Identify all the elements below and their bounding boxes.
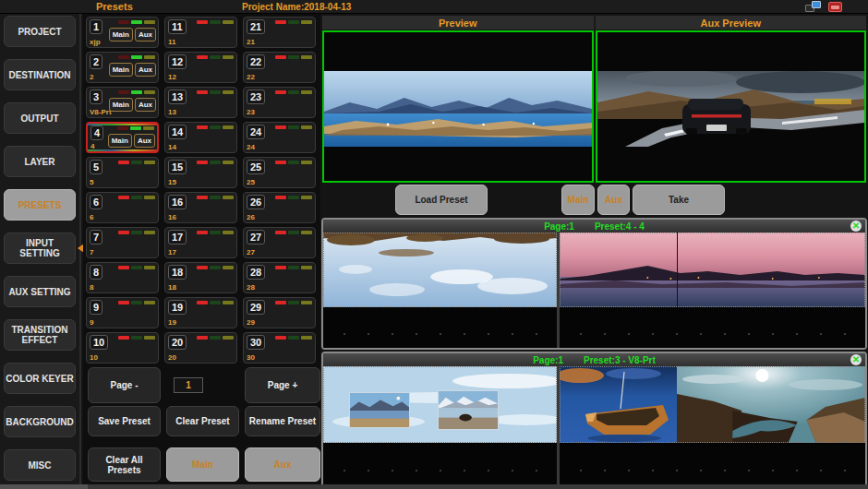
preset-label: 22 [247, 73, 255, 81]
preset-number: 16 [168, 195, 187, 209]
sidebar-item-presets[interactable]: PRESETS [4, 189, 76, 221]
preset-led-strip [275, 161, 312, 164]
preset-cell-28[interactable]: 2828 [243, 262, 316, 293]
preset-cell-15[interactable]: 1515 [164, 157, 237, 188]
preset-number: 12 [168, 54, 187, 69]
preset-cell-27[interactable]: 2727 [243, 227, 316, 258]
monitor2-close-icon[interactable]: ✕ [850, 354, 862, 365]
preset-cell-17[interactable]: 1717 [164, 227, 237, 258]
pip-layer-mountain-lake[interactable] [349, 392, 410, 428]
monitor1-header[interactable]: Page:1 Preset:4 - 4 ✕ [323, 220, 865, 233]
preset-cell-6[interactable]: 66 [86, 192, 159, 223]
sidebar-item-output[interactable]: OUTPUT [4, 102, 76, 134]
preset-cell-8[interactable]: 88 [86, 262, 159, 293]
page-plus-button[interactable]: Page + [245, 367, 320, 403]
monitor1-close-icon[interactable]: ✕ [850, 221, 862, 232]
led-green [288, 266, 299, 269]
save-preset-button[interactable]: Save Preset [88, 406, 161, 436]
take-aux-button[interactable]: Aux [597, 185, 630, 215]
led-red [275, 90, 286, 94]
sidebar-item-misc[interactable]: MISC [4, 449, 76, 481]
preset-cell-5[interactable]: 55 [86, 157, 159, 188]
preset-cell-12[interactable]: 1212 [164, 52, 237, 83]
led-green [131, 20, 142, 24]
sidebar-item-layer[interactable]: LAYER [4, 146, 76, 177]
preview-title: Preview [322, 16, 596, 30]
led-green [131, 231, 142, 234]
preset-main-button[interactable]: Main [109, 98, 133, 112]
led-green [210, 196, 221, 199]
preset-label: 12 [168, 73, 176, 81]
preset-led-strip [197, 231, 234, 234]
load-preset-button[interactable]: Load Preset [395, 185, 488, 215]
led-green [288, 55, 299, 59]
main-mode-button[interactable]: Main [166, 447, 239, 482]
preset-led-strip [197, 196, 234, 199]
preset-cell-3[interactable]: 3V8-PrtMainAux [86, 87, 159, 118]
red-device-icon[interactable] [828, 2, 842, 12]
preset-cell-11[interactable]: 1111 [164, 17, 237, 48]
preset-led-strip [197, 20, 234, 24]
led-yellow [144, 161, 155, 164]
monitor2-screen-2 [560, 366, 865, 485]
rename-preset-button[interactable]: Rename Preset [245, 406, 320, 436]
preset-cell-23[interactable]: 2323 [243, 87, 316, 118]
take-button[interactable]: Take [633, 185, 725, 215]
preset-cell-18[interactable]: 1818 [164, 262, 237, 293]
preset-number: 1 [90, 19, 102, 34]
dual-monitor-icon[interactable] [805, 1, 822, 13]
sidebar-item-transition-effect[interactable]: TRANSITION EFFECT [4, 319, 76, 351]
preset-cell-26[interactable]: 2626 [243, 192, 316, 223]
preset-cell-2[interactable]: 22MainAux [86, 52, 159, 83]
preset-cell-24[interactable]: 2424 [243, 122, 316, 153]
page-minus-button[interactable]: Page - [88, 367, 161, 403]
preset-cell-21[interactable]: 2121 [243, 17, 316, 48]
sidebar-item-background[interactable]: BACKGROUND [4, 406, 76, 437]
led-yellow [223, 55, 234, 59]
preset-cell-30[interactable]: 3030 [243, 332, 316, 364]
take-main-button[interactable]: Main [561, 185, 595, 215]
preset-cell-19[interactable]: 1919 [164, 297, 237, 328]
pip-layer-snow-mountain-yak[interactable] [438, 390, 499, 430]
preset-cell-20[interactable]: 2020 [164, 332, 237, 364]
page-number-input[interactable] [174, 377, 203, 393]
led-green [288, 90, 299, 94]
monitor2-header[interactable]: Page:1 Preset:3 - V8-Prt ✕ [323, 353, 865, 366]
preset-aux-button[interactable]: Aux [135, 28, 156, 42]
preset-cell-1[interactable]: 1xjpMainAux [86, 17, 159, 48]
sidebar-item-input-setting[interactable]: INPUT SETTING [4, 233, 76, 264]
preset-main-button[interactable]: Main [108, 134, 132, 148]
preset-main-button[interactable]: Main [109, 28, 133, 42]
clear-preset-button[interactable]: Clear Preset [166, 406, 239, 436]
led-yellow [223, 90, 234, 94]
preset-cell-7[interactable]: 77 [86, 227, 159, 258]
preset-led-strip [118, 161, 155, 164]
led-yellow [223, 161, 234, 164]
preset-aux-button[interactable]: Aux [135, 63, 156, 77]
preset-cell-14[interactable]: 1414 [164, 122, 237, 153]
preset-cell-29[interactable]: 2929 [243, 297, 316, 328]
preset-cell-22[interactable]: 2222 [243, 52, 316, 83]
sidebar-item-project[interactable]: PROJECT [4, 16, 76, 47]
preset-cell-4[interactable]: 44MainAux [86, 122, 159, 153]
clear-all-presets-button[interactable]: Clear All Presets [88, 447, 161, 482]
preset-aux-button[interactable]: Aux [134, 134, 155, 148]
preset-main-button[interactable]: Main [109, 63, 133, 77]
led-green [210, 266, 221, 269]
preset-cell-13[interactable]: 1313 [164, 87, 237, 118]
led-yellow [144, 336, 155, 340]
preset-cell-10[interactable]: 1010 [86, 332, 159, 364]
preset-cell-25[interactable]: 2525 [243, 157, 316, 188]
preset-cell-16[interactable]: 1616 [164, 192, 237, 223]
led-red [118, 231, 129, 234]
sidebar-item-color-keyer[interactable]: COLOR KEYER [4, 363, 76, 394]
sidebar-item-destination[interactable]: DESTINATION [4, 59, 76, 90]
monitor2-screen1-empty-area [323, 444, 557, 485]
aux-mode-button[interactable]: Aux [245, 447, 320, 482]
preset-cell-9[interactable]: 99 [86, 297, 159, 328]
sidebar-item-aux-setting[interactable]: AUX SETTING [4, 276, 76, 307]
preset-aux-button[interactable]: Aux [135, 98, 156, 112]
preset-main-aux-group: MainAux [108, 134, 155, 148]
led-green [131, 90, 142, 94]
led-red [275, 336, 286, 340]
